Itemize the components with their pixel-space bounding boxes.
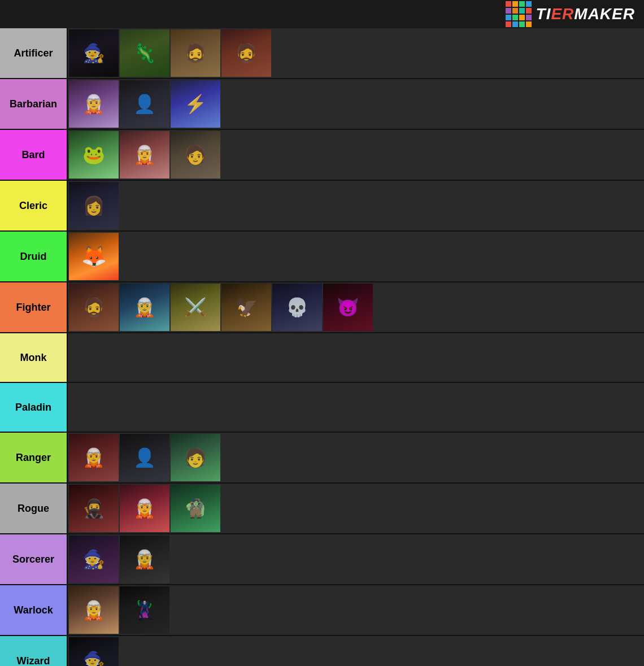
tier-row-paladin: Paladin	[0, 383, 644, 433]
list-item[interactable]: 🧝	[69, 586, 119, 634]
list-item[interactable]: 🦹	[120, 586, 169, 634]
list-item[interactable]: 🧙	[69, 637, 119, 666]
tier-label-rogue: Rogue	[0, 484, 68, 533]
list-item[interactable]: 👤	[120, 80, 169, 128]
tier-label-monk: Monk	[0, 333, 68, 382]
logo-cell	[519, 1, 525, 7]
list-item[interactable]: 🧑	[171, 131, 220, 179]
tier-label-fighter: Fighter	[0, 282, 68, 332]
list-item[interactable]: 🥷	[69, 485, 119, 532]
logo-cell	[506, 1, 511, 7]
tier-items-wizard: 🧙	[68, 636, 644, 666]
logo-cell	[526, 8, 532, 14]
tier-items-rogue: 🥷 🧝 🧌	[68, 484, 644, 533]
list-item[interactable]: 🧔	[221, 29, 271, 77]
list-item[interactable]: 🧝	[120, 485, 169, 532]
logo-cell	[519, 8, 525, 14]
list-item[interactable]: 🧔	[171, 29, 220, 77]
list-item[interactable]: 🧝	[120, 536, 169, 583]
logo-cell	[526, 21, 532, 27]
logo-cell	[519, 21, 525, 27]
list-item[interactable]: 🧑	[171, 434, 220, 481]
list-item[interactable]: 🦅	[221, 284, 271, 331]
tier-items-barbarian: 🧝 👤 ⚡	[68, 79, 644, 129]
tier-row-monk: Monk	[0, 333, 644, 383]
tier-label-barbarian: Barbarian	[0, 79, 68, 129]
list-item[interactable]: ⚔️	[171, 284, 220, 331]
tier-row-warlock: Warlock 🧝 🦹	[0, 585, 644, 636]
header: TiERMAKER	[0, 0, 644, 28]
list-item[interactable]: ⚡	[171, 80, 220, 128]
tier-items-sorcerer: 🧙 🧝	[68, 534, 644, 584]
list-item[interactable]: 👤	[120, 434, 169, 481]
tier-label-ranger: Ranger	[0, 433, 68, 482]
logo-cell	[506, 15, 511, 20]
tier-row-barbarian: Barbarian 🧝 👤 ⚡	[0, 79, 644, 130]
logo-cell	[526, 15, 532, 20]
tier-items-cleric: 👩	[68, 181, 644, 230]
logo-cell	[512, 21, 518, 27]
tier-row-artificer: Artificer 🧙 🦎 🧔 🧔	[0, 28, 644, 79]
tier-label-druid: Druid	[0, 232, 68, 281]
tier-row-bard: Bard 🐸 🧝 🧑	[0, 130, 644, 181]
tier-items-bard: 🐸 🧝 🧑	[68, 130, 644, 180]
list-item[interactable]: 🦊	[69, 233, 119, 280]
tiermaker-logo: TiERMAKER	[506, 1, 635, 27]
list-item[interactable]: 🧝	[120, 131, 169, 179]
tier-items-monk	[68, 333, 644, 382]
tier-row-druid: Druid 🦊	[0, 232, 644, 282]
logo-cell	[512, 8, 518, 14]
list-item[interactable]: 🧔	[69, 284, 119, 331]
logo-cell	[526, 1, 532, 7]
logo-cell	[512, 15, 518, 20]
list-item[interactable]: 🧙	[69, 29, 119, 77]
list-item[interactable]: 💀	[272, 284, 322, 331]
tier-label-paladin: Paladin	[0, 383, 68, 432]
tier-label-cleric: Cleric	[0, 181, 68, 230]
tier-row-sorcerer: Sorcerer 🧙 🧝	[0, 534, 644, 585]
list-item[interactable]: 🧌	[171, 485, 220, 532]
tier-items-paladin	[68, 383, 644, 432]
list-item[interactable]: 🐸	[69, 131, 119, 179]
tier-label-sorcerer: Sorcerer	[0, 534, 68, 584]
tier-row-wizard: Wizard 🧙	[0, 636, 644, 666]
tier-label-artificer: Artificer	[0, 28, 68, 78]
list-item[interactable]: 👩	[69, 182, 119, 229]
tier-items-druid: 🦊	[68, 232, 644, 281]
tier-row-ranger: Ranger 🧝 👤 🧑	[0, 433, 644, 484]
tier-label-bard: Bard	[0, 130, 68, 180]
list-item[interactable]: 😈	[323, 284, 373, 331]
tier-items-artificer: 🧙 🦎 🧔 🧔	[68, 28, 644, 78]
list-item[interactable]: 🧙	[69, 536, 119, 583]
tier-label-warlock: Warlock	[0, 585, 68, 635]
list-item[interactable]: 🧝	[69, 434, 119, 481]
logo-grid-icon	[506, 1, 532, 27]
tier-items-fighter: 🧔 🧝 ⚔️ 🦅 💀	[68, 282, 644, 332]
list-item[interactable]: 🧝	[120, 284, 169, 331]
logo-text: TiERMAKER	[536, 5, 635, 23]
list-item[interactable]: 🦎	[120, 29, 169, 77]
tier-row-fighter: Fighter 🧔 🧝 ⚔️ 🦅	[0, 282, 644, 333]
logo-cell	[506, 8, 511, 14]
tier-items-ranger: 🧝 👤 🧑	[68, 433, 644, 482]
tier-row-rogue: Rogue 🥷 🧝 🧌	[0, 484, 644, 534]
logo-cell	[506, 21, 511, 27]
list-item[interactable]: 🧝	[69, 80, 119, 128]
tier-list: Artificer 🧙 🦎 🧔 🧔	[0, 28, 644, 666]
tier-items-warlock: 🧝 🦹	[68, 585, 644, 635]
tier-row-cleric: Cleric 👩	[0, 181, 644, 232]
tier-label-wizard: Wizard	[0, 636, 68, 666]
logo-cell	[512, 1, 518, 7]
logo-cell	[519, 15, 525, 20]
